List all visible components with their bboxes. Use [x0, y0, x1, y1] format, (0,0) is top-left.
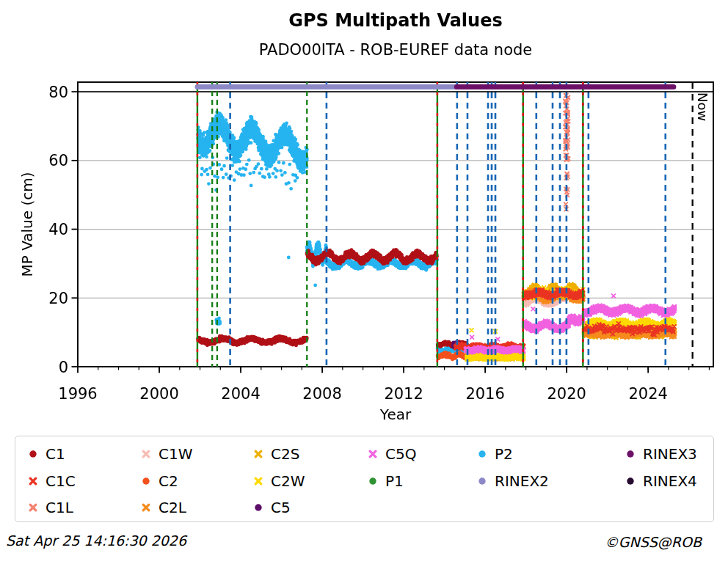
legend-label: RINEX2 — [495, 472, 549, 490]
legend-item-rinex4: RINEX4 — [625, 472, 697, 491]
x-tick-label: 2004 — [221, 385, 260, 403]
axes-svg: 1996200020042008201220162020202402040608… — [0, 0, 728, 425]
legend-item-rinex2: RINEX2 — [476, 472, 549, 491]
legend-label: C5Q — [385, 445, 416, 463]
x-marker-icon — [27, 502, 39, 513]
axes-frame — [78, 82, 713, 367]
dot-marker-icon — [252, 502, 264, 513]
x-tick-label: 2000 — [139, 385, 178, 403]
legend-item-rinex3: RINEX3 — [625, 444, 697, 464]
x-tick-label: 1996 — [58, 385, 97, 403]
y-tick-label: 40 — [48, 221, 68, 238]
y-axis-label: MP Value (cm) — [18, 172, 36, 276]
legend-item-p1: P1 — [367, 472, 404, 491]
x-marker-icon — [252, 448, 264, 460]
x-marker-icon — [140, 502, 152, 513]
legend: C1C1CC1LC1WC2C2LC2SC2WC5C5QP1P2RINEX2RIN… — [15, 436, 714, 522]
y-tick-label: 20 — [48, 290, 68, 307]
chart-title: GPS Multipath Values — [78, 10, 713, 31]
legend-label: C1L — [46, 499, 73, 516]
x-axis-label: Year — [78, 406, 713, 423]
legend-item-c2l: C2L — [140, 498, 186, 517]
x-tick-label: 2012 — [384, 385, 423, 403]
x-tick-label: 2020 — [547, 385, 586, 403]
credit-label: ©GNSS@ROB — [605, 534, 702, 550]
legend-label: P2 — [495, 445, 513, 463]
legend-label: C5 — [271, 499, 291, 516]
y-tick-label: 80 — [48, 84, 68, 101]
legend-item-c1c: C1C — [27, 472, 76, 491]
legend-label: RINEX4 — [643, 472, 697, 490]
figure: 1996200020042008201220162020202402040608… — [0, 0, 728, 564]
legend-item-c5q: C5Q — [367, 444, 416, 464]
legend-label: C1C — [46, 472, 76, 490]
legend-item-c5: C5 — [252, 498, 291, 517]
y-tick-label: 0 — [59, 359, 68, 376]
legend-item-c1l: C1L — [27, 498, 73, 517]
legend-item-p2: P2 — [476, 444, 513, 464]
dot-marker-icon — [476, 448, 488, 460]
y-tick-label: 60 — [48, 152, 68, 169]
dot-marker-icon — [476, 475, 488, 487]
dot-marker-icon — [625, 448, 636, 460]
x-marker-icon — [252, 475, 264, 487]
legend-label: P1 — [385, 472, 404, 490]
now-label: Now — [695, 92, 710, 121]
legend-item-c1w: C1W — [140, 444, 192, 464]
chart-subtitle: PADO00ITA - ROB-EUREF data node — [78, 41, 713, 59]
legend-label: RINEX3 — [643, 445, 697, 463]
x-tick-label: 2024 — [628, 385, 667, 403]
legend-item-c1: C1 — [27, 444, 65, 464]
legend-label: C2W — [271, 472, 305, 490]
x-marker-icon — [367, 448, 379, 460]
dot-marker-icon — [140, 475, 152, 487]
x-tick-label: 2008 — [302, 385, 341, 403]
x-marker-icon — [140, 448, 152, 460]
event-lines: Now — [197, 82, 710, 367]
legend-item-c2s: C2S — [252, 444, 299, 464]
legend-label: C2S — [271, 445, 299, 463]
legend-item-c2: C2 — [140, 472, 178, 491]
legend-label: C2 — [159, 472, 178, 490]
legend-label: C1W — [159, 445, 192, 463]
x-tick-label: 2016 — [465, 385, 504, 403]
x-ticks: 19962000200420082012201620202024 — [58, 367, 709, 403]
legend-label: C1 — [46, 445, 65, 463]
dot-marker-icon — [625, 475, 636, 487]
dot-marker-icon — [367, 475, 379, 487]
plot-timestamp: Sat Apr 25 14:16:30 2026 — [6, 532, 186, 549]
legend-item-c2w: C2W — [252, 472, 305, 491]
dot-marker-icon — [27, 448, 39, 460]
x-marker-icon — [27, 475, 39, 487]
legend-label: C2L — [159, 499, 186, 516]
y-ticks: 020406080 — [48, 84, 78, 376]
